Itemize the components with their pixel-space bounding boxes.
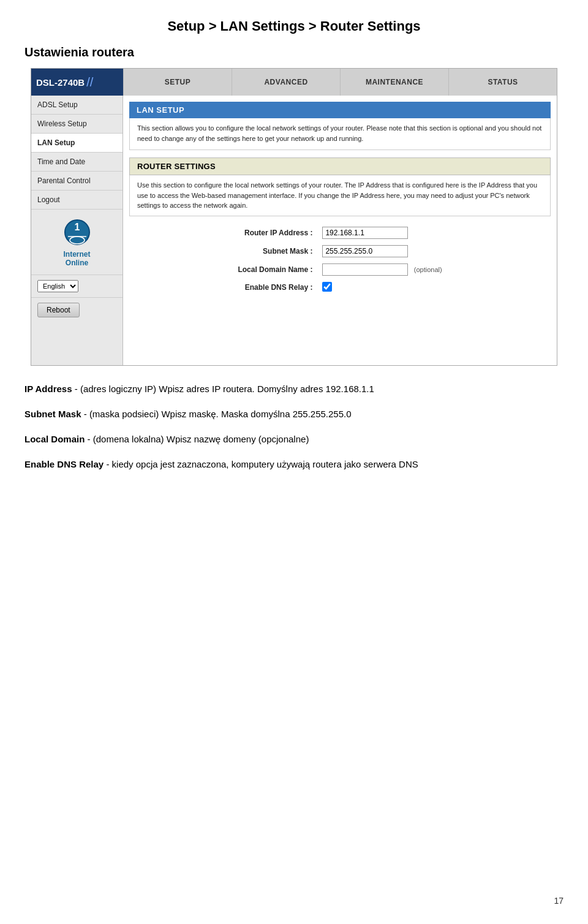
local-domain-cell: (optional) [317,260,447,279]
sidebar-item-logout[interactable]: Logout [31,191,123,210]
sidebar-item-time-and-date[interactable]: Time and Date [31,153,123,172]
enable-dns-row: Enable DNS Relay : [233,279,447,297]
subnet-mask-term: Subnet Mask [24,409,81,419]
ip-address-desc: IP Address - (adres logiczny IP) Wpisz a… [24,381,564,397]
enable-dns-text: kiedy opcja jest zaznaczona, komputery u… [112,459,418,469]
description-section: IP Address - (adres logiczny IP) Wpisz a… [24,381,564,472]
local-domain-label: Local Domain Name : [233,260,317,279]
content-pane: LAN SETUP This section allows you to con… [123,96,557,365]
svg-point-2 [70,237,85,244]
brand-name: DSL-2740B [36,77,85,88]
page-number: 17 [554,896,564,906]
sidebar-reboot-area: Reboot [31,298,123,322]
main-area: ADSL Setup Wireless Setup LAN Setup Time… [31,96,557,365]
local-domain-term: Local Domain [24,434,85,444]
internet-label: InternetOnline [63,250,90,267]
subnet-mask-text: (maska podsieci) Wpisz maskę. Maska domy… [89,409,352,419]
router-settings-form: Router IP Address : Subnet Mask : Local … [233,224,447,297]
subnet-mask-desc: Subnet Mask - (maska podsieci) Wpisz mas… [24,406,564,422]
local-domain-sep: - [85,434,92,444]
top-nav: DSL-2740B // SETUP ADVANCED MAINTENANCE … [31,69,557,96]
sidebar-item-wireless-setup[interactable]: Wireless Setup [31,115,123,134]
router-ip-input[interactable] [322,227,408,239]
enable-dns-term: Enable DNS Relay [24,459,104,469]
router-ip-label: Router IP Address : [233,224,317,242]
ip-address-term: IP Address [24,384,72,394]
internet-icon: 1 [62,217,92,248]
brand-slash: // [86,75,93,89]
tab-setup[interactable]: SETUP [123,69,232,96]
router-ip-row: Router IP Address : [233,224,447,242]
subnet-mask-row: Subnet Mask : [233,242,447,260]
local-domain-desc: Local Domain - (domena lokalna) Wpisz na… [24,431,564,447]
ip-address-sep: - [72,384,80,394]
tab-status[interactable]: STATUS [448,69,557,96]
tab-advanced[interactable]: ADVANCED [232,69,340,96]
local-domain-row: Local Domain Name : (optional) [233,260,447,279]
nav-tabs: SETUP ADVANCED MAINTENANCE STATUS [123,69,557,96]
lan-setup-description: This section allows you to configure the… [129,118,551,150]
reboot-button[interactable]: Reboot [37,303,80,317]
sidebar-item-parental-control[interactable]: Parental Control [31,172,123,191]
page-title: Setup > LAN Settings > Router Settings [24,18,564,34]
router-ip-cell [317,224,447,242]
router-settings-header: ROUTER SETTINGS [129,157,551,175]
svg-text:1: 1 [74,222,80,232]
router-frame: DSL-2740B // SETUP ADVANCED MAINTENANCE … [31,68,557,366]
tab-maintenance[interactable]: MAINTENANCE [340,69,448,96]
brand-area: DSL-2740B // [31,69,123,96]
subnet-mask-cell [317,242,447,260]
enable-dns-label: Enable DNS Relay : [233,279,317,297]
local-domain-input[interactable] [322,263,408,276]
section-heading: Ustawienia routera [24,45,564,59]
subnet-mask-sep: - [81,409,89,419]
router-settings-description: Use this section to configure the local … [129,175,551,216]
local-domain-text: (domena lokalna) Wpisz nazwę domeny (opc… [93,434,309,444]
enable-dns-sep: - [104,459,111,469]
lan-setup-header: LAN SETUP [129,102,551,118]
language-select[interactable]: English [37,280,78,292]
sidebar-internet-status: 1 InternetOnline [31,210,123,275]
subnet-mask-input[interactable] [322,245,408,257]
subnet-mask-label: Subnet Mask : [233,242,317,260]
enable-dns-checkbox[interactable] [322,282,332,292]
sidebar-language[interactable]: English [31,275,123,298]
sidebar-item-lan-setup[interactable]: LAN Setup [31,134,123,153]
sidebar: ADSL Setup Wireless Setup LAN Setup Time… [31,96,123,365]
sidebar-item-adsl-setup[interactable]: ADSL Setup [31,96,123,115]
optional-text: (optional) [410,266,442,273]
enable-dns-desc: Enable DNS Relay - kiedy opcja jest zazn… [24,456,564,472]
enable-dns-cell [317,279,447,297]
ip-address-text: (adres logiczny IP) Wpisz adres IP route… [80,384,374,394]
